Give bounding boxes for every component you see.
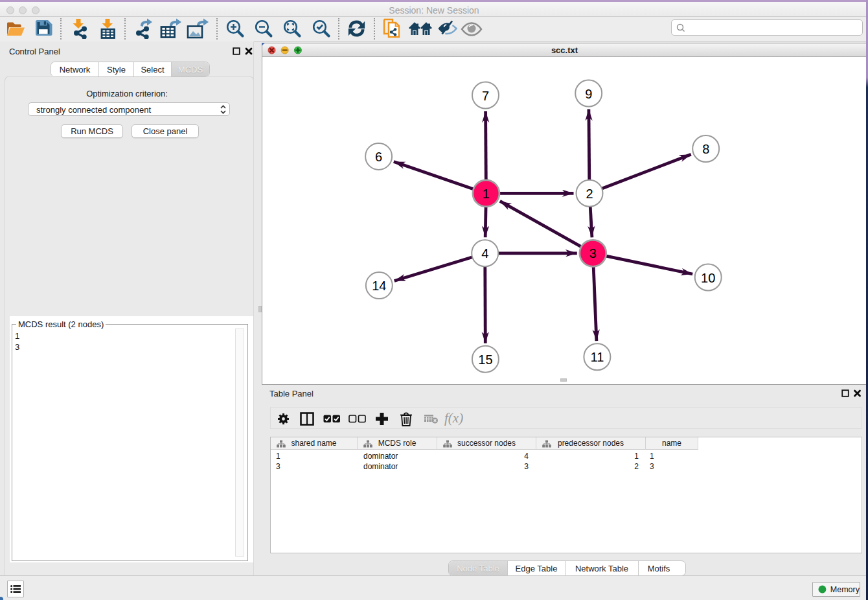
svg-text:9: 9 [585,87,592,101]
svg-text:14: 14 [372,279,386,293]
svg-text:6: 6 [375,150,382,164]
svg-text:4: 4 [481,246,488,260]
svg-text:15: 15 [478,352,492,367]
svg-text:8: 8 [702,142,709,156]
svg-text:1: 1 [483,187,490,201]
svg-text:3: 3 [589,246,597,260]
svg-text:10: 10 [701,271,715,285]
svg-text:7: 7 [482,89,489,103]
svg-text:2: 2 [586,187,593,201]
svg-text:11: 11 [591,350,604,364]
